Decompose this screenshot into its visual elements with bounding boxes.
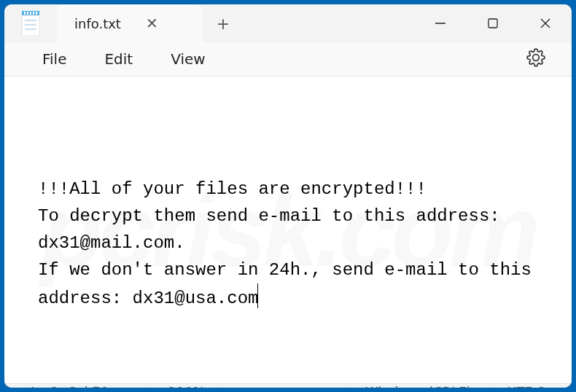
svg-rect-1 (24, 12, 26, 15)
maximize-button[interactable] (467, 4, 519, 42)
menubar: File Edit View (4, 42, 572, 77)
titlebar: info.txt ✕ + (4, 4, 572, 42)
new-tab-button[interactable]: + (203, 4, 244, 42)
app-icon (4, 4, 57, 42)
status-zoom[interactable]: 100% (150, 387, 223, 388)
tab-title: info.txt (74, 16, 121, 31)
minimize-button[interactable] (414, 4, 467, 42)
close-window-icon (540, 17, 551, 29)
status-encoding: UTF-8 (490, 387, 572, 388)
text-line-2: To decrypt them send e-mail to this addr… (38, 206, 510, 253)
svg-rect-4 (33, 12, 34, 15)
menu-file[interactable]: File (25, 44, 84, 74)
tab-active[interactable]: info.txt ✕ (57, 4, 203, 42)
tabs: info.txt ✕ + (57, 4, 244, 42)
svg-rect-11 (489, 19, 497, 28)
menu-view[interactable]: View (153, 44, 222, 74)
svg-rect-2 (27, 12, 28, 15)
svg-rect-6 (22, 15, 39, 36)
minimize-icon (435, 17, 446, 29)
text-editor[interactable]: pcrisk.com !!!All of your files are encr… (4, 77, 572, 383)
notepad-window: info.txt ✕ + File Edit View (4, 4, 572, 388)
editor-content: !!!All of your files are encrypted!!! To… (38, 176, 538, 313)
close-button[interactable] (519, 4, 572, 42)
svg-rect-3 (30, 12, 31, 15)
text-line-3: If we don't answer in 24h., send e-mail … (38, 260, 542, 308)
statusbar: Ln 3, Col 70 100% Windows (CRLF) UTF-8 (4, 383, 572, 388)
text-line-1: !!!All of your files are encrypted!!! (38, 179, 427, 199)
settings-button[interactable] (521, 42, 551, 76)
window-controls (414, 4, 572, 42)
notepad-icon (20, 11, 41, 36)
plus-icon: + (217, 15, 230, 33)
text-cursor (257, 283, 258, 308)
status-spacer (223, 387, 347, 388)
status-position: Ln 3, Col 70 (4, 387, 150, 388)
maximize-icon (487, 17, 499, 29)
gear-icon (526, 48, 545, 67)
status-lineending: Windows (CRLF) (348, 387, 490, 388)
close-icon[interactable]: ✕ (141, 13, 163, 34)
svg-rect-5 (36, 12, 37, 15)
menu-edit[interactable]: Edit (87, 44, 150, 74)
